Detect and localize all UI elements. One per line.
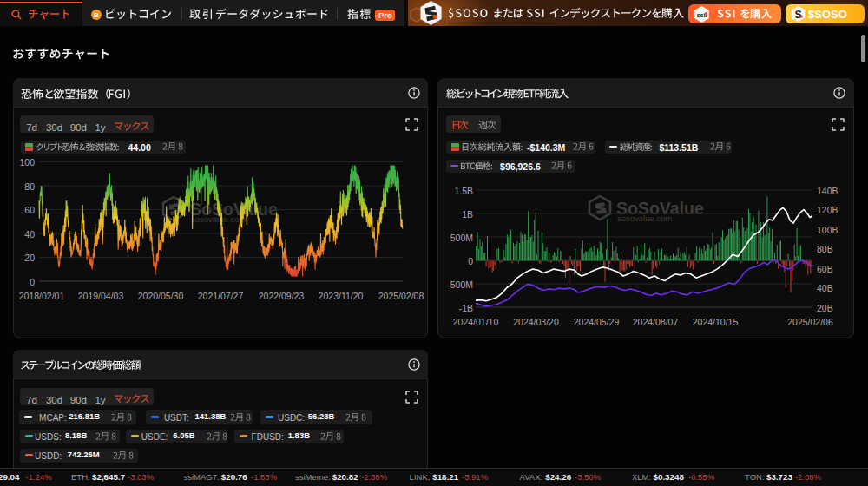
svg-text:ssi: ssi (697, 12, 706, 18)
svg-text:B: B (94, 11, 99, 19)
svg-text:S: S (794, 9, 801, 21)
